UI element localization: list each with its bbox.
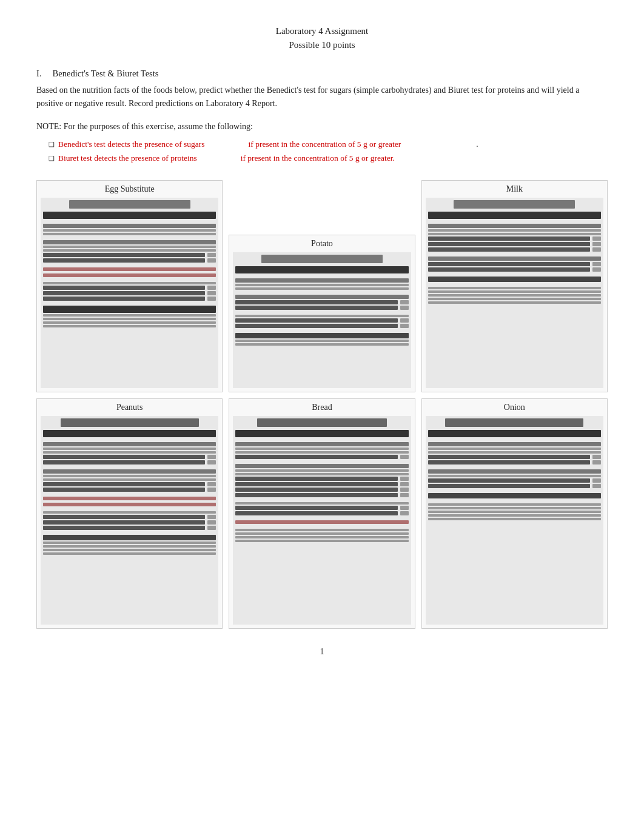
food-label-bread: Bread bbox=[312, 403, 332, 412]
food-label-peanuts: Peanuts bbox=[116, 403, 143, 412]
food-card-bread: Bread bbox=[229, 398, 415, 629]
section-body: Based on the nutrition facts of the food… bbox=[36, 84, 608, 111]
note1-black: if present in the concentration of 5 g o… bbox=[249, 138, 401, 152]
note2-black: if present in the concentration of 5 g o… bbox=[241, 152, 395, 166]
food-card-milk: Milk bbox=[421, 180, 608, 392]
food-card-egg-substitute: Egg Substitute bbox=[36, 180, 223, 392]
section-number: I. bbox=[36, 69, 41, 78]
page-footer: 1 bbox=[36, 647, 608, 657]
food-card-onion: Onion bbox=[421, 398, 608, 629]
section-i: I. Benedict's Test & Biuret Tests Based … bbox=[36, 69, 608, 166]
note-item-2: Biuret test detects the presence of prot… bbox=[49, 152, 608, 166]
note-item-1: Benedict's test detects the presence of … bbox=[49, 138, 608, 152]
food-label-potato: Potato bbox=[311, 239, 333, 249]
note-list: Benedict's test detects the presence of … bbox=[36, 138, 608, 166]
page-title-line1: Laboratory 4 Assignment bbox=[36, 24, 608, 38]
nutrition-facts-peanuts bbox=[41, 416, 218, 625]
section-heading: Benedict's Test & Biuret Tests bbox=[53, 69, 159, 78]
section-title: I. Benedict's Test & Biuret Tests bbox=[36, 69, 608, 79]
food-card-potato: Potato bbox=[229, 235, 415, 392]
nutrition-facts-bread bbox=[233, 416, 411, 625]
food-grid: Egg Substitute bbox=[36, 180, 608, 629]
note2-red: Biuret test detects the presence of prot… bbox=[58, 152, 197, 166]
note-intro: NOTE: For the purposes of this exercise,… bbox=[36, 122, 608, 132]
nutrition-facts-onion bbox=[426, 416, 603, 625]
food-label-onion: Onion bbox=[504, 403, 525, 412]
nutrition-facts-milk bbox=[426, 198, 603, 388]
page-title-line2: Possible 10 points bbox=[36, 38, 608, 52]
food-card-peanuts: Peanuts bbox=[36, 398, 223, 629]
page-header: Laboratory 4 Assignment Possible 10 poin… bbox=[36, 24, 608, 52]
nutrition-facts-potato bbox=[233, 252, 411, 388]
page-number: 1 bbox=[320, 647, 324, 656]
nutrition-facts-egg-substitute bbox=[41, 198, 218, 388]
food-label-milk: Milk bbox=[506, 184, 523, 194]
food-label-egg-substitute: Egg Substitute bbox=[105, 184, 155, 194]
note1-red: Benedict's test detects the presence of … bbox=[58, 138, 205, 152]
